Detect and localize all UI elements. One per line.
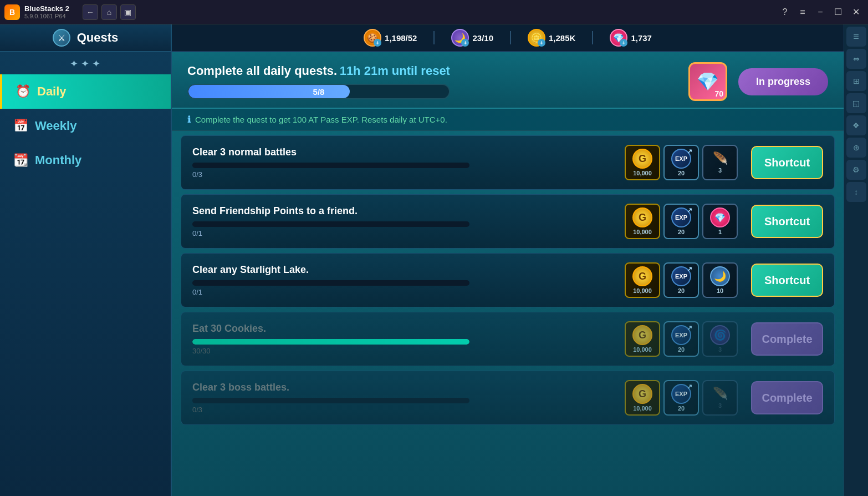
sidebar-item-weekly[interactable]: 📅 Weekly bbox=[0, 109, 171, 143]
quest-list: Clear 3 normal battles 0/3 G 10,000 EXP↗… bbox=[172, 131, 844, 496]
quest-info-4: Clear 3 boss battles. 0/3 bbox=[192, 382, 618, 414]
reward-label-2-2: 10 bbox=[717, 287, 723, 294]
sidebar-item-monthly[interactable]: 📆 Monthly bbox=[0, 143, 171, 178]
quest-row-0: Clear 3 normal battles 0/3 G 10,000 EXP↗… bbox=[181, 135, 835, 190]
menu-button[interactable]: ≡ bbox=[795, 4, 810, 20]
reward-item-1-2: 💎 1 bbox=[702, 204, 738, 239]
reward-item-2-2: 🌙 10 bbox=[702, 262, 738, 298]
shortcut-button-0[interactable]: Shortcut bbox=[751, 146, 823, 179]
quest-info-0: Clear 3 normal battles 0/3 bbox=[192, 146, 618, 179]
reward-label-0-1: 20 bbox=[678, 170, 685, 176]
sidebar-label-monthly: Monthly bbox=[35, 153, 81, 168]
right-btn-4[interactable]: ⊞ bbox=[846, 71, 866, 91]
right-menu-button[interactable]: ≡ bbox=[846, 27, 866, 47]
shortcut-button-2[interactable]: Shortcut bbox=[751, 264, 823, 297]
complete-button-4[interactable]: Complete bbox=[751, 381, 823, 414]
quest-reward-gem: 💎 70 bbox=[688, 62, 727, 101]
right-btn-3[interactable]: ⇔ bbox=[846, 49, 866, 69]
cookie-value: 1,198/52 bbox=[385, 33, 417, 43]
shortcut-button-1[interactable]: Shortcut bbox=[751, 205, 823, 238]
quest-rewards-3: G 10,000 EXP↗ 20 🌀 3 bbox=[625, 321, 738, 357]
right-btn-5[interactable]: ◱ bbox=[846, 93, 866, 113]
help-button[interactable]: ? bbox=[777, 4, 793, 20]
page-title-bar: ⚔ Quests bbox=[0, 24, 172, 52]
tail-reward-icon: 🌀 bbox=[710, 325, 730, 345]
quest-progress-fill bbox=[188, 85, 350, 98]
feather-icon: 🪶 bbox=[713, 387, 728, 401]
currency-cookies: 🍪 + 1,198/52 bbox=[364, 29, 417, 47]
right-settings-button[interactable]: ⚙ bbox=[846, 160, 866, 180]
home-button[interactable]: ⌂ bbox=[101, 4, 117, 20]
windows-button[interactable]: ▣ bbox=[120, 4, 136, 20]
right-btn-6[interactable]: ❖ bbox=[846, 115, 866, 135]
reward-item-2-1: EXP↗ 20 bbox=[663, 262, 699, 298]
reward-label-4-0: 10,000 bbox=[633, 405, 652, 412]
reward-count: 70 bbox=[714, 89, 723, 98]
page-title: Quests bbox=[77, 31, 119, 45]
complete-button-3[interactable]: Complete bbox=[751, 322, 823, 356]
quest-bar-3 bbox=[192, 339, 469, 345]
minimize-button[interactable]: − bbox=[813, 4, 828, 20]
reward-item-0-1: EXP↗ 20 bbox=[663, 145, 699, 180]
gold-icon: G bbox=[632, 266, 652, 286]
moon-currency-icon[interactable]: 🌙 + bbox=[451, 29, 469, 47]
maximize-button[interactable]: ☐ bbox=[830, 4, 846, 20]
quest-rewards-2: G 10,000 EXP↗ 20 🌙 10 bbox=[625, 262, 738, 298]
in-progress-button[interactable]: In progress bbox=[738, 68, 828, 95]
cookie-icon[interactable]: 🍪 + bbox=[364, 29, 381, 47]
right-btn-7[interactable]: ⊕ bbox=[846, 138, 866, 158]
quest-bar-fill-3 bbox=[192, 339, 469, 345]
quest-info-1: Send Friendship Points to a friend. 0/1 bbox=[192, 205, 618, 237]
quest-name-1: Send Friendship Points to a friend. bbox=[192, 205, 618, 217]
quest-bar-0 bbox=[192, 163, 469, 168]
gold-icon: G bbox=[632, 207, 652, 227]
info-banner: ℹ Complete the quest to get 100 AT Pass … bbox=[172, 109, 844, 131]
reward-item-3-2: 🌀 3 bbox=[702, 321, 738, 357]
reward-item-3-0: G 10,000 bbox=[625, 321, 660, 357]
reward-label-0-0: 10,000 bbox=[633, 170, 652, 176]
quest-progress-text-4: 0/3 bbox=[192, 406, 618, 414]
close-button[interactable]: ✕ bbox=[848, 4, 864, 20]
window-controls: ? ≡ − ☐ ✕ bbox=[777, 4, 864, 20]
quest-title-static: Complete all daily quests. bbox=[187, 64, 337, 78]
divider-2 bbox=[510, 31, 511, 44]
reward-label-3-1: 20 bbox=[678, 346, 685, 353]
moon-plus-badge[interactable]: + bbox=[461, 39, 469, 47]
info-text: Complete the quest to get 100 AT Pass EX… bbox=[195, 115, 447, 124]
quest-progress-text-0: 0/3 bbox=[192, 170, 618, 179]
info-icon: ℹ bbox=[187, 114, 191, 125]
quest-progress-text: 5/8 bbox=[313, 87, 325, 97]
sidebar-item-daily[interactable]: ⏰ Daily bbox=[0, 74, 171, 109]
reward-label-3-0: 10,000 bbox=[633, 346, 652, 353]
sidebar-label-weekly: Weekly bbox=[35, 119, 76, 133]
currency-diamond: 💎 + 1,737 bbox=[610, 29, 652, 47]
reward-label-2-1: 20 bbox=[678, 287, 685, 294]
back-button[interactable]: ← bbox=[83, 4, 98, 20]
quest-row-2: Clear any Starlight Lake. 0/1 G 10,000 E… bbox=[181, 253, 835, 307]
gold-currency-icon[interactable]: 🪙 + bbox=[528, 29, 545, 47]
quest-rewards-0: G 10,000 EXP↗ 20 🪶 3 bbox=[625, 145, 738, 180]
diamond-currency-icon[interactable]: 💎 + bbox=[610, 29, 627, 47]
weekly-icon: 📅 bbox=[13, 119, 28, 133]
main-container: ✦ ✦ ✦ ⏰ Daily 📅 Weekly 📆 Monthly Complet… bbox=[0, 52, 844, 496]
quest-rewards-4: G 10,000 EXP↗ 20 🪶 3 bbox=[625, 380, 738, 416]
gold-plus-badge[interactable]: + bbox=[538, 39, 545, 47]
app-subtitle: 5.9.0.1061 P64 bbox=[24, 13, 69, 19]
reward-label-1-1: 20 bbox=[678, 229, 685, 235]
reward-item-0-0: G 10,000 bbox=[625, 145, 660, 180]
exp-icon: EXP↗ bbox=[671, 266, 691, 286]
moon-value: 23/10 bbox=[472, 33, 493, 43]
quest-name-0: Clear 3 normal battles bbox=[192, 146, 618, 158]
quest-row-1: Send Friendship Points to a friend. 0/1 … bbox=[181, 194, 835, 249]
right-btn-9[interactable]: ↕ bbox=[846, 182, 866, 202]
reward-label-4-2: 3 bbox=[718, 402, 722, 409]
quest-name-3: Eat 30 Cookies. bbox=[192, 323, 618, 335]
app-icon: B bbox=[4, 4, 20, 20]
moon-reward-icon: 🌙 bbox=[710, 266, 730, 286]
sidebar: ✦ ✦ ✦ ⏰ Daily 📅 Weekly 📆 Monthly bbox=[0, 52, 172, 496]
quest-info-2: Clear any Starlight Lake. 0/1 bbox=[192, 264, 618, 296]
quest-info-3: Eat 30 Cookies. 30/30 bbox=[192, 323, 618, 355]
diamond-plus-badge[interactable]: + bbox=[620, 39, 627, 47]
cookie-plus-badge[interactable]: + bbox=[374, 39, 381, 47]
quest-title-row: Complete all daily quests. 11h 21m until… bbox=[187, 62, 828, 101]
